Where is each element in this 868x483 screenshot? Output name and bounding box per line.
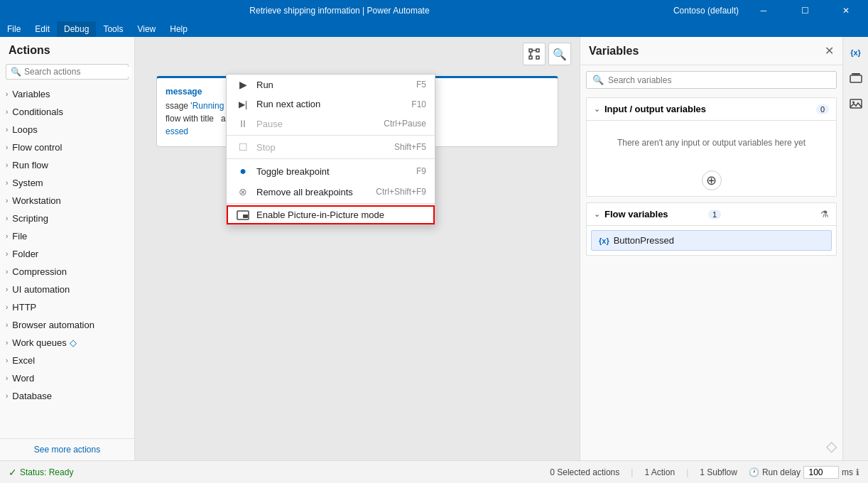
menu-stop-item[interactable]: ☐ Stop Shift+F5 [227, 137, 435, 157]
sidebar-item-label: Scripting [12, 213, 48, 224]
run-label: Run [256, 80, 416, 90]
menubar: File Edit Debug Tools View Help [0, 21, 868, 37]
sidebar-item-loops[interactable]: › Loops [0, 121, 134, 139]
chevron-right-icon: › [6, 179, 8, 187]
sidebar-item-file[interactable]: › File [0, 227, 134, 245]
see-more-actions-link[interactable]: See more actions [0, 438, 134, 460]
remove-breakpoints-label: Remove all breakpoints [256, 187, 376, 197]
search-icon: 🔍 [592, 75, 604, 85]
sidebar-item-conditionals[interactable]: › Conditionals [0, 103, 134, 121]
close-variables-button[interactable]: ✕ [825, 44, 834, 58]
sidebar-item-label: Work queues [12, 337, 66, 348]
chevron-right-icon: › [6, 232, 8, 240]
menu-debug[interactable]: Debug [57, 21, 96, 37]
layers-icon [850, 72, 862, 85]
pause-icon: ⏸ [235, 118, 251, 129]
menu-separator [227, 135, 435, 136]
stop-shortcut: Shift+F5 [394, 142, 426, 152]
menu-run-item[interactable]: ▶ Run F5 [227, 75, 435, 94]
sidebar-item-run-flow[interactable]: › Run flow [0, 156, 134, 174]
chevron-right-icon: › [6, 286, 8, 293]
chevron-right-icon: › [6, 250, 8, 258]
minimize-button[interactable]: ─ [747, 0, 780, 21]
menu-separator [227, 203, 435, 204]
input-output-section-header[interactable]: ⌄ Input / output variables 0 [587, 98, 836, 121]
sidebar-item-system[interactable]: › System [0, 174, 134, 192]
maximize-button[interactable]: ☐ [788, 0, 821, 21]
main-layout: Actions 🔍 › Variables › Conditionals › L… [0, 37, 868, 460]
chevron-right-icon: › [6, 108, 8, 116]
variables-search-input[interactable] [608, 75, 830, 85]
sidebar-item-workstation[interactable]: › Workstation [0, 192, 134, 210]
menu-remove-breakpoints-item[interactable]: ⊗ Remove all breakpoints Ctrl+Shift+F9 [227, 182, 435, 202]
search-canvas-button[interactable]: 🔍 [548, 43, 571, 65]
stop-icon: ☐ [235, 141, 251, 153]
sidebar-item-ui-automation[interactable]: › UI automation [0, 281, 134, 298]
run-delay-input[interactable] [803, 466, 839, 479]
sidebar-item-scripting[interactable]: › Scripting [0, 210, 134, 227]
sidebar-item-http[interactable]: › HTTP [0, 298, 134, 316]
sidebar-item-excel[interactable]: › Excel [0, 352, 134, 369]
svg-rect-7 [243, 215, 248, 218]
chevron-right-icon: › [6, 268, 8, 276]
menu-help[interactable]: Help [163, 21, 195, 37]
sidebar-item-flow-control[interactable]: › Flow control [0, 139, 134, 156]
flow-map-button[interactable] [523, 43, 546, 65]
pip-icon [235, 210, 251, 220]
far-right-panel: {x} [842, 37, 868, 460]
info-icon[interactable]: ℹ [856, 467, 859, 477]
sidebar-item-variables[interactable]: › Variables [0, 85, 134, 103]
sidebar-item-compression[interactable]: › Compression [0, 263, 134, 281]
sidebar-item-label: Run flow [12, 160, 48, 170]
account-label: Contoso (default) [673, 6, 739, 16]
run-next-label: Run next action [256, 99, 411, 109]
canvas-toolbar: 🔍 [523, 43, 571, 65]
menu-file[interactable]: File [0, 21, 28, 37]
chevron-down-icon: ⌄ [594, 210, 600, 219]
chevron-right-icon: › [6, 126, 8, 134]
debug-dropdown-menu: ▶ Run F5 ▶| Run next action F10 ⏸ Pause … [226, 74, 435, 225]
close-button[interactable]: ✕ [830, 0, 862, 21]
flow-variables-count: 1 [708, 210, 721, 219]
menu-run-next-item[interactable]: ▶| Run next action F10 [227, 94, 435, 114]
pause-label: Pause [256, 119, 384, 129]
flow-variable-item[interactable]: {x} ButtonPressed [591, 230, 832, 251]
sidebar-item-work-queues[interactable]: › Work queues ◇ [0, 334, 134, 352]
chevron-right-icon: › [6, 339, 8, 347]
chevron-right-icon: › [6, 197, 8, 205]
sidebar-item-label: Compression [12, 266, 67, 277]
menu-edit[interactable]: Edit [28, 21, 57, 37]
titlebar: Retrieve shipping information | Power Au… [0, 0, 868, 21]
flow-variables-title: Flow variables [604, 209, 704, 219]
menu-pause-item[interactable]: ⏸ Pause Ctrl+Pause [227, 114, 435, 134]
chevron-down-icon: ⌄ [594, 104, 600, 114]
layers-icon-button[interactable] [846, 68, 866, 88]
flow-variables-section-header[interactable]: ⌄ Flow variables 1 ⚗ [587, 203, 836, 226]
add-variable-button[interactable]: ⊕ [702, 170, 722, 190]
menu-separator [227, 158, 435, 159]
menu-pip-item[interactable]: Enable Picture-in-Picture mode [227, 205, 435, 224]
remove-breakpoints-shortcut: Ctrl+Shift+F9 [376, 187, 426, 197]
chevron-right-icon: › [6, 392, 8, 400]
menu-toggle-breakpoint-item[interactable]: ● Toggle breakpoint F9 [227, 161, 435, 182]
svg-rect-0 [529, 49, 532, 52]
input-output-count: 0 [816, 104, 829, 114]
sidebar-item-label: Variables [12, 89, 50, 99]
image-icon-button[interactable] [846, 94, 866, 114]
menu-tools[interactable]: Tools [96, 21, 130, 37]
filter-icon[interactable]: ⚗ [820, 209, 829, 219]
sidebar-item-database[interactable]: › Database [0, 387, 134, 405]
menu-view[interactable]: View [130, 21, 163, 37]
sidebar-item-folder[interactable]: › Folder [0, 245, 134, 263]
canvas-area: 🔍 message ssage 'Running in Picture-in-P… [135, 37, 580, 460]
chevron-right-icon: › [6, 161, 8, 169]
sidebar-item-label: Flow control [12, 142, 62, 153]
variables-icon-button[interactable]: {x} [846, 43, 866, 63]
sidebar-item-word[interactable]: › Word [0, 369, 134, 387]
svg-point-11 [852, 102, 855, 104]
remove-breakpoints-icon: ⊗ [235, 186, 251, 197]
actions-search-input[interactable] [24, 67, 131, 77]
stop-label: Stop [256, 142, 394, 153]
sidebar-item-browser-automation[interactable]: › Browser automation [0, 316, 134, 334]
subflow-count: 1 Subflow [700, 467, 737, 477]
